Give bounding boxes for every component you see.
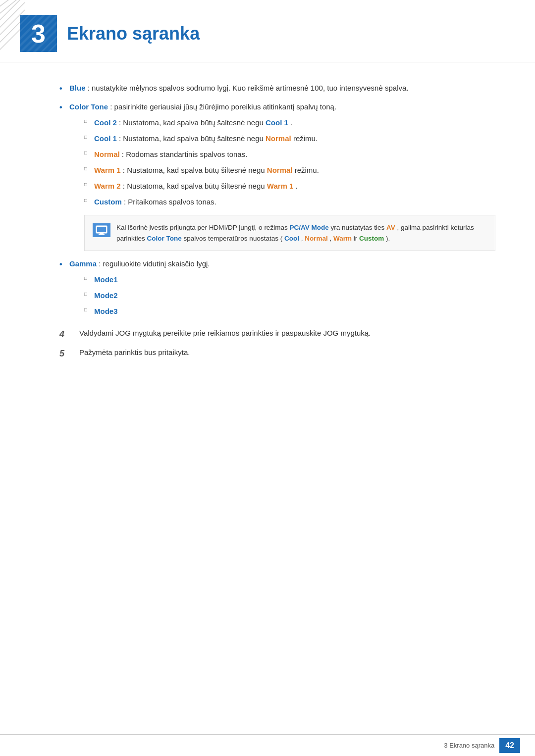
chapter-number: 3 bbox=[31, 21, 46, 47]
monitor-icon bbox=[96, 225, 107, 235]
term-mode3: Mode3 bbox=[94, 307, 118, 315]
svg-rect-10 bbox=[99, 234, 105, 235]
term-cool2: Cool 2 bbox=[94, 118, 117, 127]
sub-item-mode3: Mode3 bbox=[84, 305, 495, 317]
term-warm2: Warm 2 bbox=[94, 182, 121, 190]
blue-description: : nustatykite mėlynos spalvos sodrumo ly… bbox=[88, 84, 409, 92]
term-custom-note: Custom bbox=[359, 235, 384, 242]
color-tone-description: : pasirinkite geriausiai jūsų žiūrėjimo … bbox=[110, 102, 336, 111]
term-cool-note: Cool bbox=[284, 235, 299, 242]
term-custom: Custom bbox=[94, 198, 122, 206]
sub-item-cool1: Cool 1 : Nustatoma, kad spalva būtų šalt… bbox=[84, 133, 495, 145]
chapter-title: Ekrano sąranka bbox=[67, 23, 200, 44]
svg-line-0 bbox=[0, 0, 15, 10]
step-5: 5 Pažymėta parinktis bus pritaikyta. bbox=[59, 347, 495, 361]
term-normal-ref1: Normal bbox=[266, 134, 291, 143]
sub-item-cool2: Cool 2 : Nustatoma, kad spalva būtų šalt… bbox=[84, 117, 495, 129]
sub-item-mode2: Mode2 bbox=[84, 290, 495, 302]
term-warm-note: Warm bbox=[333, 235, 352, 242]
gamma-sub-list: Mode1 Mode2 Mode3 bbox=[84, 274, 495, 317]
term-mode1: Mode1 bbox=[94, 275, 118, 284]
numbered-steps: 4 Valdydami JOG mygtuką pereikite prie r… bbox=[59, 327, 495, 361]
chapter-number-box: 3 bbox=[20, 15, 57, 52]
term-color-tone: Color Tone bbox=[69, 102, 108, 111]
cool2-text: : Nustatoma, kad spalva būtų šaltesnė ne… bbox=[119, 118, 266, 127]
list-item-color-tone: Color Tone : pasirinkite geriausiai jūsų… bbox=[59, 101, 495, 251]
note-box: Kai išorinė įvestis prijungta per HDMI/D… bbox=[84, 215, 495, 251]
term-warm1-ref: Warm 1 bbox=[267, 182, 294, 190]
term-color-tone-note: Color Tone bbox=[147, 235, 182, 242]
gamma-description: : reguliuokite vidutinį skaisčio lygį. bbox=[99, 259, 210, 268]
normal-text: : Rodomas standartinis spalvos tonas. bbox=[122, 150, 247, 158]
step-5-text: Pažymėta parinktis bus pritaikyta. bbox=[79, 347, 190, 358]
list-item-gamma: Gamma : reguliuokite vidutinį skaisčio l… bbox=[59, 258, 495, 317]
warm1-text: : Nustatoma, kad spalva būtų šiltesnė ne… bbox=[123, 166, 267, 174]
step-4: 4 Valdydami JOG mygtuką pereikite prie r… bbox=[59, 327, 495, 342]
bullet-list: Blue : nustatykite mėlynos spalvos sodru… bbox=[59, 82, 495, 317]
term-pc-av-mode: PC/AV Mode bbox=[289, 224, 328, 231]
sub-item-mode1: Mode1 bbox=[84, 274, 495, 286]
step-5-number: 5 bbox=[59, 347, 79, 361]
footer-chapter-label: 3 Ekrano sąranka bbox=[444, 742, 494, 749]
svg-rect-8 bbox=[97, 227, 106, 232]
term-normal-note: Normal bbox=[305, 235, 328, 242]
warm2-text: : Nustatoma, kad spalva būtų šiltesnė ne… bbox=[123, 182, 267, 190]
step-4-number: 4 bbox=[59, 327, 79, 342]
main-content: Blue : nustatykite mėlynos spalvos sodru… bbox=[0, 67, 535, 405]
color-tone-sub-list: Cool 2 : Nustatoma, kad spalva būtų šalt… bbox=[84, 117, 495, 208]
cool1-text: : Nustatoma, kad spalva būtų šaltesnė ne… bbox=[119, 134, 266, 143]
sub-item-normal: Normal : Rodomas standartinis spalvos to… bbox=[84, 149, 495, 160]
custom-text: : Pritaikomas spalvos tonas. bbox=[124, 198, 216, 206]
footer-page-number: 42 bbox=[499, 738, 520, 753]
term-mode2: Mode2 bbox=[94, 291, 118, 300]
step-4-text: Valdydami JOG mygtuką pereikite prie rei… bbox=[79, 327, 371, 339]
svg-rect-9 bbox=[100, 233, 104, 234]
sub-item-warm1: Warm 1 : Nustatoma, kad spalva būtų šilt… bbox=[84, 164, 495, 176]
term-cool1-ref: Cool 1 bbox=[266, 118, 288, 127]
term-gamma: Gamma bbox=[69, 259, 97, 268]
term-normal-ref2: Normal bbox=[267, 166, 293, 174]
sub-item-custom: Custom : Pritaikomas spalvos tonas. bbox=[84, 196, 495, 208]
list-item-blue: Blue : nustatykite mėlynos spalvos sodru… bbox=[59, 82, 495, 94]
term-blue: Blue bbox=[69, 84, 86, 92]
note-text: Kai išorinė įvestis prijungta per HDMI/D… bbox=[116, 222, 487, 244]
term-warm1: Warm 1 bbox=[94, 166, 121, 174]
note-icon bbox=[93, 223, 110, 237]
page-header: 3 Ekrano sąranka bbox=[0, 0, 535, 62]
term-cool1: Cool 1 bbox=[94, 134, 117, 143]
term-normal: Normal bbox=[94, 150, 120, 158]
page-footer: 3 Ekrano sąranka 42 bbox=[0, 734, 535, 756]
term-av: AV bbox=[386, 224, 395, 231]
sub-item-warm2: Warm 2 : Nustatoma, kad spalva būtų šilt… bbox=[84, 180, 495, 192]
